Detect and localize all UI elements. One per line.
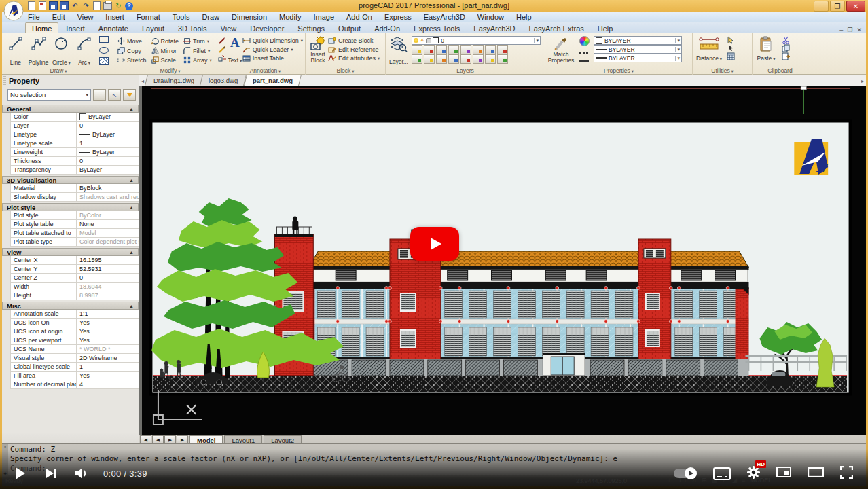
layer-current-icon[interactable]	[473, 54, 484, 64]
section-general[interactable]: General▲	[2, 105, 139, 113]
pointer-icon[interactable]	[727, 44, 735, 52]
doc-tab-part-nar[interactable]: part_nar.dwg	[244, 75, 302, 86]
text-button[interactable]: A Text	[228, 35, 242, 64]
panel-label-properties[interactable]: Properties	[545, 67, 692, 74]
tab-output[interactable]: Output	[332, 23, 367, 33]
undo-icon[interactable]: ↶	[71, 2, 79, 10]
panel-label-modify[interactable]: Modify	[115, 67, 225, 74]
close-icon[interactable]: ✕	[3, 444, 6, 450]
help-icon[interactable]: ?	[125, 2, 133, 10]
video-next-icon[interactable]	[46, 468, 57, 479]
match-properties-button[interactable]: Match Properties	[547, 35, 575, 64]
doc-tab-scroll-right-icon[interactable]: ▸	[859, 78, 866, 86]
section-view[interactable]: View▲	[2, 248, 139, 256]
layer-unlock2-icon[interactable]	[436, 54, 447, 64]
layer-match-icon[interactable]	[460, 45, 471, 54]
redo-icon[interactable]: ↷	[82, 2, 90, 10]
menu-format[interactable]: Format	[137, 13, 160, 21]
collapse-icon[interactable]: ▲	[129, 107, 134, 111]
quick-dimension-button[interactable]: Quick Dimension	[242, 36, 303, 45]
selection-dropdown[interactable]: No selection▾	[7, 89, 91, 101]
menu-draw[interactable]: Draw	[202, 13, 219, 21]
move-button[interactable]: Move	[117, 37, 147, 46]
panel-label-utilities[interactable]: Utilities	[693, 67, 752, 74]
collapse-icon[interactable]: ▲	[129, 178, 134, 183]
rotate-button[interactable]: Rotate	[151, 37, 179, 46]
panel-label-layers[interactable]: Layers	[386, 67, 545, 74]
quick-select-button[interactable]: ↖	[108, 89, 121, 101]
tab-3d-tools[interactable]: 3D Tools	[172, 23, 213, 33]
calculator-icon[interactable]	[727, 52, 735, 60]
video-play-button[interactable]	[410, 227, 459, 261]
quick-select-icon[interactable]	[727, 36, 735, 44]
layer-select-combo[interactable]: ☀ 0 ▾	[412, 36, 541, 45]
layer-state-icon[interactable]	[497, 54, 508, 64]
quick-leader-button[interactable]: Quick Leader	[242, 45, 303, 54]
section-misc[interactable]: Misc▲	[2, 302, 139, 310]
collapse-icon[interactable]: ▲	[129, 304, 134, 308]
tab-view[interactable]: View	[215, 23, 243, 33]
lineweight-combo[interactable]: BYLAYER▾	[594, 54, 682, 62]
doc-minimize-icon[interactable]: –	[839, 26, 843, 33]
progecad-logo-icon[interactable]	[3, 1, 24, 21]
circle-button[interactable]: Circle	[50, 35, 73, 66]
color-combo[interactable]: BYLAYER▾	[594, 36, 682, 45]
layer-walk-icon[interactable]	[485, 45, 496, 54]
print-icon[interactable]	[103, 2, 112, 10]
layer-off-icon[interactable]	[412, 45, 422, 54]
minimize-button[interactable]: –	[814, 1, 829, 12]
volume-icon[interactable]	[75, 467, 88, 479]
paste-special-icon[interactable]	[782, 52, 790, 60]
panel-label-draw[interactable]: Draw	[2, 67, 115, 74]
tab-layout[interactable]: Layout	[136, 23, 170, 33]
tab-easyarch3d[interactable]: EasyArch3D	[467, 23, 521, 33]
tab-home[interactable]: Home	[25, 22, 58, 33]
panel-label-annotation[interactable]: Annotation	[225, 67, 305, 74]
layer-vpfreeze-icon[interactable]	[497, 45, 508, 54]
copy-button[interactable]: Copy	[117, 46, 147, 55]
menu-file[interactable]: File	[28, 13, 40, 21]
color-wheel-icon[interactable]	[579, 36, 590, 46]
linetype-combo[interactable]: BYLAYER▾	[594, 45, 682, 54]
doc-tab-logo3[interactable]: logo3.dwg	[200, 75, 247, 86]
create-block-button[interactable]: Create Block	[328, 36, 380, 45]
layer-merge-icon[interactable]	[448, 54, 459, 64]
subtitles-icon[interactable]	[713, 467, 731, 480]
doc-tab-drawing1[interactable]: Drawing1.dwg	[145, 75, 203, 86]
layer-prev-icon[interactable]	[473, 45, 484, 54]
settings-gear-icon[interactable]: HD	[747, 466, 760, 482]
drawing-canvas[interactable]: 17	[139, 86, 866, 435]
copy-clip-icon[interactable]	[782, 44, 790, 52]
tab-help[interactable]: Help	[592, 23, 619, 33]
insert-table-button[interactable]: Insert Table	[242, 54, 303, 62]
distance-button[interactable]: Distance	[695, 35, 723, 62]
menu-express[interactable]: Express	[384, 13, 412, 21]
save-icon[interactable]	[49, 2, 58, 10]
layer-manager-button[interactable]: Layer...	[388, 35, 410, 65]
panel-label-clipboard[interactable]: Clipboard	[753, 67, 808, 74]
edit-attributes-button[interactable]: Edit attributes	[328, 54, 380, 62]
menu-insert[interactable]: Insert	[105, 13, 124, 21]
tab-annotate[interactable]: Annotate	[92, 23, 134, 33]
menu-addon[interactable]: Add-On	[346, 13, 372, 21]
fullscreen-icon[interactable]	[840, 466, 853, 482]
hatch-icon[interactable]	[99, 57, 109, 65]
tab-express-tools[interactable]: Express Tools	[408, 23, 466, 33]
layer-thaw-all-icon[interactable]	[424, 54, 435, 64]
line-button[interactable]: Line	[4, 35, 27, 66]
fillet-button[interactable]: Fillet	[183, 46, 212, 55]
section-plot-style[interactable]: Plot style▲	[2, 203, 139, 211]
collapse-icon[interactable]: ▲	[129, 205, 134, 210]
open-icon[interactable]	[38, 2, 47, 10]
layer-copy-icon[interactable]	[485, 54, 496, 64]
panel-label-block[interactable]: Block	[306, 67, 385, 74]
polyline-button[interactable]: Polyline	[27, 35, 50, 66]
menu-help[interactable]: Help	[516, 13, 532, 21]
layer-freeze-icon[interactable]	[436, 45, 447, 54]
scale-button[interactable]: Scale	[151, 56, 179, 65]
layer-isolate-icon[interactable]	[424, 45, 435, 54]
save-as-icon[interactable]	[60, 2, 69, 10]
mirror-button[interactable]: Mirror	[151, 46, 179, 55]
refresh-icon[interactable]: ↻	[114, 2, 123, 10]
array-button[interactable]: Array	[183, 56, 212, 65]
